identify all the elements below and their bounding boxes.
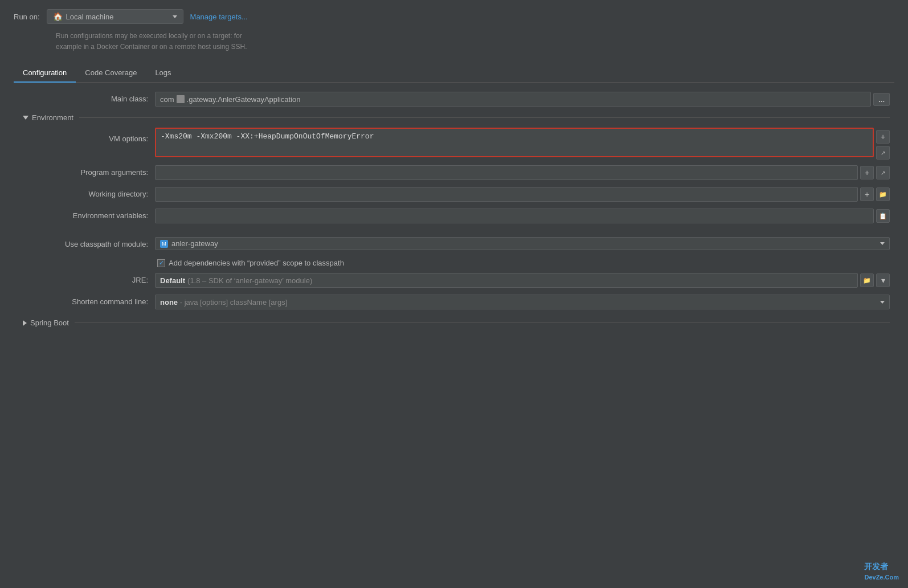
env-vars-row: Environment variables: 📋 <box>18 209 890 224</box>
jre-dropdown-button[interactable]: ▾ <box>876 273 890 287</box>
run-on-label: Run on: <box>14 13 40 21</box>
form-section: Main class: com .gateway.AnlerGatewayApp… <box>14 92 894 327</box>
shorten-detail-text: - java [options] className [args] <box>180 298 288 307</box>
module-chevron-icon <box>880 242 885 245</box>
tab-configuration[interactable]: Configuration <box>14 64 76 83</box>
env-vars-copy-button[interactable]: 📋 <box>876 209 890 223</box>
vm-options-input[interactable]: -Xms20m -Xmx200m -XX:+HeapDumpOnOutOfMem… <box>155 128 874 157</box>
jre-label: JRE: <box>18 273 155 284</box>
vm-options-expand-button[interactable]: ↗ <box>876 146 890 160</box>
classpath-row: Use classpath of module: M anler-gateway <box>18 237 890 253</box>
section-divider <box>79 117 890 118</box>
main-container: Run on: 🏠 Local machine Manage targets..… <box>0 0 908 336</box>
program-args-expand-button[interactable]: ↗ <box>876 166 890 179</box>
module-icon: M <box>160 240 168 248</box>
working-dir-folder-button[interactable]: 📁 <box>876 187 890 201</box>
collapse-icon[interactable] <box>23 116 28 120</box>
local-machine-label: Local machine <box>66 13 114 21</box>
program-args-input[interactable] <box>155 165 858 180</box>
working-dir-row: Working directory: + 📁 <box>18 187 890 203</box>
program-args-row: Program arguments: + ↗ <box>18 165 890 181</box>
vm-options-field: -Xms20m -Xmx200m -XX:+HeapDumpOnOutOfMem… <box>155 128 890 160</box>
working-dir-add-button[interactable]: + <box>860 187 874 201</box>
spring-boot-title: Spring Boot <box>30 318 69 327</box>
watermark: 开发者 DevZe.Com <box>864 562 899 581</box>
main-class-suffix: .gateway.AnlerGatewayApplication <box>187 95 301 104</box>
spring-boot-expand-icon[interactable] <box>23 320 27 326</box>
chevron-down-icon <box>173 15 177 18</box>
spring-boot-section-header: Spring Boot <box>18 318 890 327</box>
env-vars-field: 📋 <box>155 209 890 223</box>
run-on-dropdown[interactable]: 🏠 Local machine <box>47 9 183 24</box>
jre-default-text: Default <box>160 276 185 285</box>
main-class-com: com <box>160 95 174 104</box>
house-icon: 🏠 <box>53 12 63 21</box>
classpath-module-dropdown[interactable]: M anler-gateway <box>155 237 890 250</box>
description-line1: Run configurations may be executed local… <box>56 31 894 42</box>
program-args-add-button[interactable]: + <box>860 166 874 179</box>
run-on-row: Run on: 🏠 Local machine Manage targets..… <box>14 9 894 24</box>
main-class-input[interactable]: com .gateway.AnlerGatewayApplication <box>155 92 871 107</box>
watermark-text: 开发者 <box>864 562 888 571</box>
tab-logs[interactable]: Logs <box>146 64 180 83</box>
main-class-row: Main class: com .gateway.AnlerGatewayApp… <box>18 92 890 108</box>
program-args-field: + ↗ <box>155 165 890 180</box>
env-vars-label: Environment variables: <box>18 209 155 220</box>
jre-input[interactable]: Default (1.8 – SDK of ‘anler-gateway’ mo… <box>155 273 858 288</box>
main-class-field: com .gateway.AnlerGatewayApplication ... <box>155 92 890 107</box>
class-icon <box>177 95 185 103</box>
program-args-label: Program arguments: <box>18 165 155 177</box>
working-dir-label: Working directory: <box>18 187 155 198</box>
vm-options-label: VM options: <box>18 128 155 143</box>
classpath-checkbox[interactable]: ✓ Add dependencies with “provided” scope… <box>157 259 344 267</box>
working-dir-input[interactable] <box>155 187 858 202</box>
environment-title: Environment <box>32 113 73 122</box>
working-dir-field: + 📁 <box>155 187 890 202</box>
classpath-checkbox-label: Add dependencies with “provided” scope t… <box>169 259 344 267</box>
shorten-label: Shorten command line: <box>18 295 155 306</box>
tab-code-coverage[interactable]: Code Coverage <box>76 64 146 83</box>
description-line2: example in a Docker Container or on a re… <box>56 42 894 52</box>
description-text: Run configurations may be executed local… <box>56 31 894 52</box>
checkbox-icon: ✓ <box>157 259 165 267</box>
classpath-label: Use classpath of module: <box>18 237 155 248</box>
env-vars-input[interactable] <box>155 209 874 223</box>
shorten-dropdown[interactable]: none - java [options] className [args] <box>155 295 890 309</box>
tabs-row: Configuration Code Coverage Logs <box>14 64 894 83</box>
classpath-checkbox-row: ✓ Add dependencies with “provided” scope… <box>18 259 890 267</box>
jre-field: Default (1.8 – SDK of ‘anler-gateway’ mo… <box>155 273 890 288</box>
vm-options-row: VM options: -Xms20m -Xmx200m -XX:+HeapDu… <box>18 128 890 160</box>
main-class-browse-button[interactable]: ... <box>873 93 890 106</box>
jre-folder-button[interactable]: 📁 <box>860 273 874 287</box>
watermark-subtext: DevZe.Com <box>864 574 899 581</box>
shorten-none-text: none <box>160 298 178 307</box>
shorten-row: Shorten command line: none - java [optio… <box>18 295 890 311</box>
vm-options-value: -Xms20m -Xmx200m -XX:+HeapDumpOnOutOfMem… <box>161 132 374 141</box>
jre-detail-text: (1.8 – SDK of ‘anler-gateway’ module) <box>187 276 312 285</box>
spring-boot-divider <box>75 322 890 323</box>
manage-targets-link[interactable]: Manage targets... <box>190 13 248 21</box>
shorten-chevron-icon <box>880 301 885 304</box>
module-name: anler-gateway <box>171 239 877 248</box>
environment-section-header: Environment <box>18 113 890 122</box>
main-class-label: Main class: <box>18 92 155 103</box>
jre-row: JRE: Default (1.8 – SDK of ‘anler-gatewa… <box>18 273 890 289</box>
vm-options-add-button[interactable]: + <box>876 130 890 144</box>
